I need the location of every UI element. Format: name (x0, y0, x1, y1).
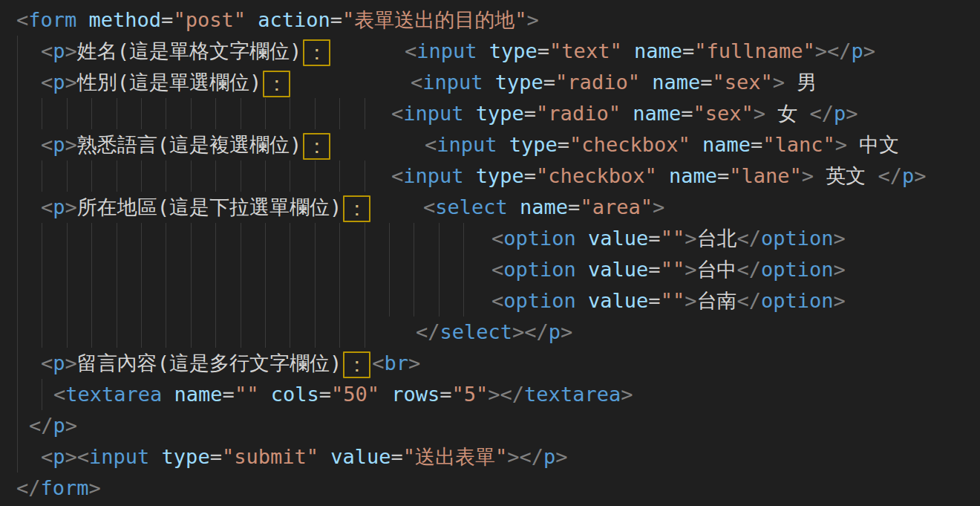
indent-guide (17, 67, 18, 98)
indent-guide (315, 285, 316, 317)
code-line[interactable]: <form method="post" action="表單送出的目的地"> (0, 4, 980, 36)
indent-guide (17, 36, 18, 67)
indent-guide (141, 254, 142, 285)
indent-guide (339, 254, 340, 285)
indent-guide (67, 285, 68, 317)
code-token: p (543, 445, 555, 468)
code-line[interactable]: <input type="radio" name="sex"> 女 </p> (0, 98, 980, 129)
code-token: value (588, 258, 648, 281)
code-token: > (527, 8, 539, 31)
code-token: "5" (452, 383, 489, 406)
indent-guide (290, 254, 290, 285)
code-line[interactable]: <p>性別(這是單選欄位)：<input type="radio" name="… (0, 67, 980, 98)
code-token: name (652, 71, 700, 94)
indent-guide (315, 98, 316, 129)
code-token: = (717, 164, 729, 187)
indent-guide (463, 285, 464, 317)
code-token: > (555, 445, 567, 468)
unicode-highlight-box: ： (303, 39, 330, 66)
code-token: < (423, 195, 435, 218)
code-token: < (41, 39, 53, 62)
indent-guide (42, 317, 42, 348)
indent-guide (117, 317, 117, 348)
code-token: > (507, 445, 519, 468)
code-token (464, 164, 476, 187)
code-segment: <p>性別(這是單選欄位)： (41, 67, 292, 98)
code-token: 熟悉語言(這是複選欄位) (77, 133, 302, 156)
code-line[interactable]: <p>姓名(這是單格文字欄位)：<input type="text" name=… (0, 36, 980, 67)
indent-guide (315, 254, 316, 285)
code-token (162, 383, 174, 406)
code-token: select (435, 195, 508, 218)
code-token: "area" (580, 195, 653, 218)
code-token: > (89, 476, 101, 499)
code-token: "checkbox" (569, 133, 690, 156)
code-token: name (174, 383, 223, 406)
indent-guide (67, 160, 68, 192)
code-token: 姓名(這是單格文字欄位) (77, 39, 302, 62)
code-line[interactable]: <p>所在地區(這是下拉選單欄位)：<select name="area"> (0, 192, 980, 223)
indent-guide (166, 160, 166, 192)
code-token (576, 289, 588, 312)
code-token: < (425, 133, 437, 156)
indent-guide (117, 98, 117, 129)
code-token (576, 227, 588, 250)
indent-guide (290, 285, 290, 317)
indent-guide (389, 254, 390, 285)
code-token: > (65, 414, 77, 437)
code-token: > (815, 39, 827, 62)
code-line[interactable]: <option value="">台北</option> (0, 223, 980, 254)
indent-guide (265, 223, 266, 254)
code-segment: <textarea name="" cols="50" rows="5"></t… (53, 379, 633, 410)
code-token: value (330, 445, 391, 468)
code-token: name (633, 102, 681, 125)
indent-guide (166, 223, 166, 254)
indent-guide (17, 285, 18, 317)
code-token: </ (520, 445, 544, 468)
code-token: "" (661, 258, 685, 281)
indent-guide (17, 192, 18, 223)
code-line[interactable]: <p>留言內容(這是多行文字欄位)：<br> (0, 348, 980, 379)
indent-guide (42, 379, 42, 410)
indent-guide (241, 317, 241, 348)
code-token: form (28, 8, 76, 31)
indent-guide (265, 254, 266, 285)
indent-guide (414, 223, 414, 254)
code-token: 女 (765, 102, 810, 125)
code-line[interactable]: <p>熟悉語言(這是複選欄位)：<input type="checkbox" n… (0, 129, 980, 160)
indent-guide (42, 285, 42, 317)
indent-guide (215, 254, 216, 285)
code-token: > (833, 227, 845, 250)
code-editor[interactable]: <form method="post" action="表單送出的目的地"><p… (0, 0, 980, 506)
code-segment: <option value="">台中</option> (491, 254, 846, 285)
code-token: > (65, 351, 77, 374)
code-token: </ (524, 320, 549, 343)
code-line[interactable]: </p> (0, 410, 980, 441)
code-token (464, 102, 476, 125)
code-token: = (538, 39, 549, 62)
code-token: name (634, 39, 682, 62)
code-segment: <p>熟悉語言(這是複選欄位)： (41, 129, 332, 160)
indent-guide (414, 254, 414, 285)
indent-guide (290, 223, 290, 254)
code-token: = (568, 195, 580, 218)
code-line[interactable]: </select></p> (0, 317, 980, 348)
code-segment: <p>留言內容(這是多行文字欄位)：<br> (41, 348, 420, 379)
code-token: = (524, 102, 536, 125)
code-line[interactable]: <option value="">台中</option> (0, 254, 980, 285)
code-token: > (833, 258, 845, 281)
code-token: = (223, 383, 235, 406)
code-line[interactable]: <option value="">台南</option> (0, 285, 980, 317)
code-line[interactable]: <textarea name="" cols="50" rows="5"></t… (0, 379, 980, 410)
code-token: name (520, 195, 568, 218)
code-line[interactable]: <p><input type="submit" value="送出表單"></p… (0, 441, 980, 473)
code-token: < (391, 164, 403, 187)
indent-guide (191, 98, 192, 129)
code-line[interactable]: <input type="checkbox" name="lane"> 英文 <… (0, 160, 980, 192)
code-token: p (834, 102, 846, 125)
code-line[interactable]: </form> (0, 473, 980, 504)
indent-guide (215, 98, 216, 129)
code-token: "fullname" (694, 39, 815, 62)
indent-guide (365, 317, 365, 348)
indent-guide (439, 254, 440, 285)
